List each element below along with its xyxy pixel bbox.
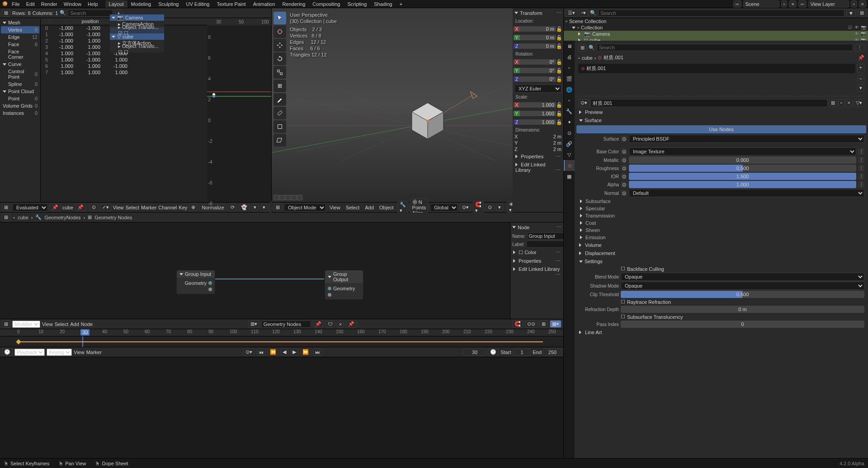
annotate-tool[interactable]	[274, 93, 286, 106]
gn-edit-linked[interactable]: Edit Linked Library⋯	[510, 265, 563, 273]
tree-new-icon[interactable]: 📌	[346, 320, 357, 328]
editor-type-icon-2[interactable]: ⊞	[2, 203, 10, 211]
menu-file[interactable]: File	[9, 0, 23, 8]
tree-del-icon[interactable]: ×	[337, 321, 344, 328]
refr-depth[interactable]: 0 m	[621, 306, 864, 313]
scl-x[interactable]: 1.000	[520, 102, 556, 108]
channel-menu[interactable]: Channel	[158, 205, 177, 210]
tree-face[interactable]: Face6	[1, 41, 39, 48]
pivot-icon[interactable]: ⊙▾	[460, 203, 471, 211]
graph-pivot-icon[interactable]: ⊙	[90, 203, 98, 211]
spreadsheet-search[interactable]	[68, 9, 113, 17]
camera-row[interactable]: 📷 Camera 👁📷	[564, 31, 868, 37]
tab-modifier[interactable]: 🔧	[564, 106, 575, 117]
pin-prop-icon[interactable]: 📌	[858, 55, 864, 61]
render-icon[interactable]: 📷	[861, 31, 866, 37]
tree-spline[interactable]: Spline0	[1, 80, 39, 88]
gn-xray-icon[interactable]: ⊞	[539, 320, 548, 328]
hier-obj-trans-1[interactable]: ▸ Object Transfo... ☑ ☐	[110, 27, 164, 33]
loc-y[interactable]: 0 m	[520, 35, 556, 40]
keying-dropdown[interactable]: Keying	[47, 349, 72, 356]
material-slot[interactable]: ⊙ 材质.001	[578, 64, 855, 73]
shear-tool[interactable]	[274, 134, 286, 147]
tree-volume-grids[interactable]: Volume Grids0	[1, 102, 39, 109]
alpha-value[interactable]: 1.000	[629, 181, 856, 188]
vp-select-menu[interactable]: Select	[344, 204, 362, 211]
tab-physics[interactable]: ⊙	[564, 128, 575, 138]
raytrace-checkbox[interactable]: ☐	[621, 299, 625, 305]
prop-type-icon[interactable]: ▾	[496, 203, 503, 211]
pin-icon-2[interactable]: 📌	[75, 203, 86, 211]
tab-uv[interactable]: UV Editing	[182, 0, 213, 8]
cursor-tool[interactable]	[274, 25, 286, 38]
mat-node-icon[interactable]: ▽▾	[854, 99, 864, 107]
filter-2-icon[interactable]: ▾	[260, 203, 268, 211]
tree-mesh[interactable]: Mesh	[1, 19, 39, 26]
orientation-select[interactable]: Global	[430, 203, 458, 212]
menu-edit[interactable]: Edit	[24, 0, 38, 8]
gn-node-menu[interactable]: Node	[81, 321, 93, 327]
basecolor-opts[interactable]: ⋮	[858, 148, 864, 155]
rot-z[interactable]: 0°	[520, 76, 556, 82]
crumb-tree[interactable]: Geometry Nodes	[94, 215, 132, 220]
subsection-subsurface[interactable]: Subsurface	[576, 198, 866, 205]
tree-name-input[interactable]	[261, 321, 311, 328]
vp-view-menu[interactable]: View	[328, 204, 342, 211]
jump-start-icon[interactable]: ⏮	[256, 349, 266, 356]
rot-z-lock[interactable]: 🔓	[556, 76, 562, 82]
pin-tree-icon[interactable]: 📌	[313, 320, 324, 328]
fake-user-icon[interactable]: 🛡	[326, 321, 335, 328]
play-rev-icon[interactable]: ◀	[280, 348, 288, 356]
ior-value[interactable]: 1.500	[629, 173, 856, 180]
tab-layout[interactable]: Layout	[105, 0, 127, 8]
roughness-opts[interactable]: ⋮	[858, 165, 864, 171]
gn-backdrop-icon[interactable]: ▦▾	[550, 320, 561, 328]
evaluated-dropdown[interactable]: Evaluated	[12, 203, 48, 212]
metallic-opts[interactable]: ⋮	[858, 157, 864, 163]
preview-range-icon[interactable]: 🕐	[488, 348, 499, 356]
prop-edit-icon-2[interactable]: ⊙	[486, 203, 494, 211]
hide-icon[interactable]: 👁	[854, 25, 860, 30]
pass-index[interactable]: 0	[621, 321, 864, 328]
marker-menu[interactable]: Marker	[141, 205, 156, 210]
tree-face-corner[interactable]: Face Corner	[1, 48, 39, 61]
clip-threshold[interactable]: 0.500	[621, 291, 864, 298]
tab-sculpting[interactable]: Sculpting	[155, 0, 182, 8]
corner-btn-2[interactable]	[279, 195, 285, 200]
scene-name-input[interactable]	[743, 0, 779, 8]
measure-tool[interactable]	[274, 107, 286, 119]
viewlayer-del-button[interactable]: ×	[859, 0, 866, 8]
np-properties[interactable]: Properties ⋯	[513, 152, 563, 161]
tab-render[interactable]: 🖥	[564, 41, 575, 52]
playback-dropdown[interactable]: Playback	[14, 349, 45, 356]
loc-x[interactable]: 0 m	[520, 26, 556, 32]
tab-output[interactable]: 🖨	[564, 52, 575, 62]
move-tool[interactable]	[274, 39, 286, 52]
tree-curve[interactable]: Curve	[1, 61, 39, 68]
new-collection-icon[interactable]: ⊞	[858, 9, 866, 17]
tab-add[interactable]: +	[396, 0, 406, 8]
autokey-icon[interactable]: ⊙▾	[243, 348, 255, 356]
surface-type[interactable]: Principled BSDF	[629, 135, 864, 143]
tree-vertex[interactable]: Vertex8	[1, 26, 39, 33]
tree-edge[interactable]: Edge12	[1, 33, 39, 41]
slot-menu-button[interactable]: ▾	[857, 84, 864, 92]
backface-checkbox[interactable]: ☐	[621, 266, 625, 272]
subsection-emission[interactable]: Emission	[576, 234, 866, 241]
view-menu[interactable]: View	[113, 205, 124, 210]
corner-btn-1[interactable]	[274, 195, 279, 200]
loc-z-lock[interactable]: 🔓	[556, 43, 562, 49]
np-edit-linked[interactable]: Edit Linked Library ⋯	[513, 161, 563, 174]
start-frame[interactable]: 1	[513, 349, 531, 356]
shadow-mode[interactable]: Opaque	[621, 282, 864, 290]
snap-toggle-icon[interactable]: 🧲▾	[473, 201, 484, 214]
subsection-coat[interactable]: Coat	[576, 219, 866, 227]
gn-panel-opts[interactable]: ⋯	[557, 224, 561, 230]
editor-type-tl[interactable]: 🕐	[2, 348, 13, 356]
data-row[interactable]: 71.0001.0001.000	[41, 70, 131, 76]
menu-window[interactable]: Window	[61, 0, 84, 8]
displacement-panel[interactable]: Displacement	[576, 249, 866, 257]
viewlayer-input[interactable]	[808, 0, 849, 8]
blend-mode[interactable]: Opaque	[621, 273, 864, 281]
rotate-tool[interactable]	[274, 52, 286, 65]
